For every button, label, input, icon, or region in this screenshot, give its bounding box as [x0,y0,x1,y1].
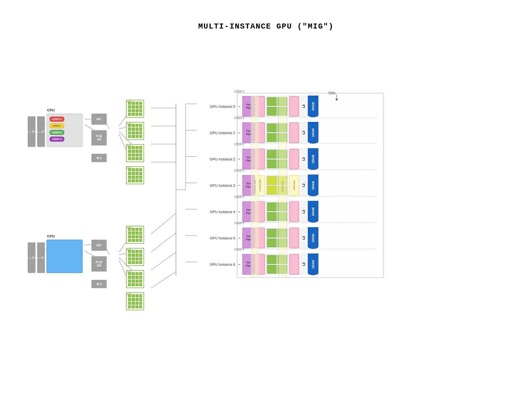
user3-badge: USER 3 [50,137,64,142]
data-xbar-shared: Data Xbar [278,96,287,277]
cpu-top-box: USER 0 USER 1 USER 2 USER 3 [47,114,83,147]
nic-top: NIC [91,114,107,125]
instance-6-label: GPU Instance 6 [197,262,237,267]
instance-0-label: GPU Instance 0 [197,104,237,109]
pcie-bottom: PCIESW [91,256,107,272]
svg-line-25 [151,252,176,270]
dimm-1: DIMM [28,116,35,147]
instance-5-label: GPU Instance 5 [197,236,237,240]
cpu-bottom-box [47,240,83,273]
svg-line-23 [151,213,176,234]
cpu-top-label: CPU [47,108,55,112]
pcie-top: PCIESW [91,130,107,145]
instance-1-label: GPU Instance 1 [197,131,237,135]
nic-bottom: NIC [91,240,107,251]
l2-0: L2 [300,96,308,117]
dimm-4: DIMM [37,242,45,273]
instance-2-label: GPU Instance 2 [197,157,237,161]
svg-line-17 [85,251,94,256]
instance-4-label: GPU Instance 4 [197,210,237,214]
user0-badge: USER 0 [50,117,64,122]
m2-top: M.2 [91,154,107,162]
svg-line-24 [151,233,176,252]
svg-marker-39 [335,99,338,101]
page-title: MULTI-INSTANCE GPU ("MIG") [0,0,532,31]
cpu-bottom-label: CPU [47,234,55,238]
svg-line-26 [151,272,176,288]
dimm-3: DIMM [28,242,35,273]
user2-badge: USER 2 [50,130,64,135]
dimm-2: DIMM [37,116,45,147]
m2-bottom: M.2 [91,280,107,288]
sms-label: SMs [328,91,336,95]
control-xbar-shared: Control Xbar [251,96,259,277]
svg-line-3 [85,125,94,130]
user1-badge: USER 1 [50,123,64,128]
instance-3-label: GPU Instance 3 [197,183,237,188]
dram-0: DRAM [308,96,318,117]
